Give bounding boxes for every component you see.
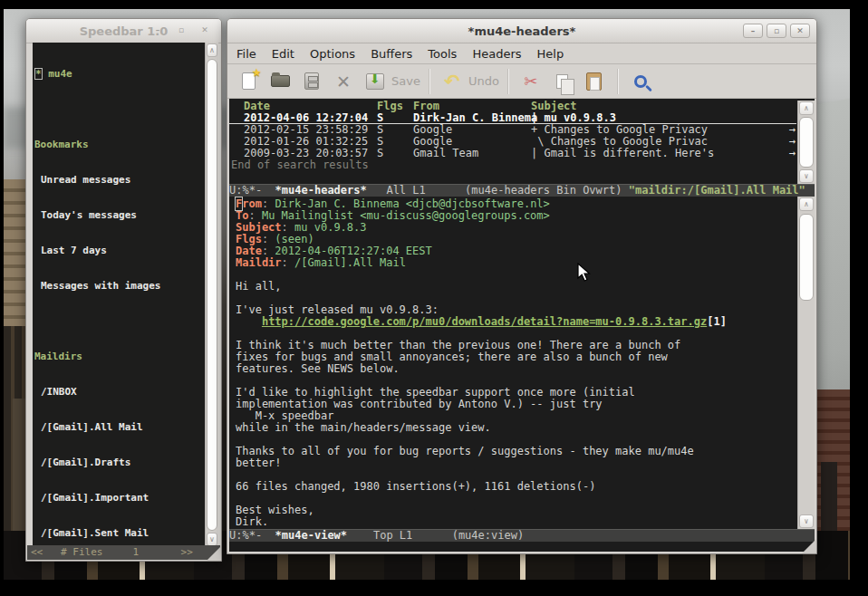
new-file-button[interactable]: ★ <box>235 69 262 94</box>
close-buffer-button[interactable]: ✕ <box>330 69 357 94</box>
modeline-query: "maildir:/[Gmail].All Mail" <box>629 184 805 197</box>
message-row[interactable]: 2009-03-23 20:03:57 S Gmail Team | Gmail… <box>229 148 796 159</box>
column-subject[interactable]: Subject <box>531 101 796 112</box>
menu-options[interactable]: Options <box>310 47 355 61</box>
search-button[interactable] <box>627 69 654 94</box>
message-date: 2009-03-23 20:03:57 <box>244 148 377 159</box>
field-separator: : <box>262 245 275 257</box>
truncation-arrow-icon: → <box>789 148 796 159</box>
scroll-down-icon[interactable]: ∨ <box>207 533 217 546</box>
message-subject: + Changes to Google Privacy <box>531 124 796 136</box>
menu-buffers[interactable]: Buffers <box>371 47 412 61</box>
field-value: Mu Mailinglist <mu-discuss@googlegroups.… <box>262 209 550 222</box>
modeline-prefix: U:%*- <box>229 184 275 197</box>
speedbar-item-drafts[interactable]: /[Gmail].Drafts <box>34 457 205 468</box>
echo-area[interactable] <box>229 542 815 552</box>
body-text: I think it's much better than the previo… <box>236 339 694 528</box>
close-icon[interactable]: ✕ <box>790 24 810 38</box>
speedbar-item-allmail[interactable]: /[Gmail].All Mail <box>34 421 205 433</box>
field-label: Subject <box>236 221 282 234</box>
minimize-icon[interactable]: – <box>148 24 168 38</box>
field-separator: : <box>262 233 275 245</box>
blank-line <box>34 103 205 115</box>
scroll-up-icon[interactable]: ∧ <box>799 101 814 115</box>
file-cabinet-icon <box>304 72 319 90</box>
emacs-titlebar[interactable]: *mu4e-headers* – ▫ ✕ <box>227 19 816 43</box>
modeline-info: Top L1 (mu4e:view) <box>347 529 524 542</box>
menu-edit[interactable]: Edit <box>272 47 294 61</box>
paste-icon <box>586 72 602 91</box>
undo-button-label[interactable]: Undo <box>468 74 499 88</box>
scrollbar-thumb[interactable] <box>799 117 814 168</box>
emacs-resize-grip[interactable] <box>802 539 816 553</box>
blank-line <box>34 315 205 327</box>
speedbar-item-inbox[interactable]: /INBOX <box>34 386 205 398</box>
headers-scrollbar[interactable]: ∧ ∨ <box>797 101 815 184</box>
copy-icon <box>556 74 568 89</box>
save-button-label[interactable]: Save <box>391 74 420 88</box>
scroll-down-icon[interactable]: ∨ <box>799 169 814 183</box>
minimize-icon[interactable]: – <box>743 24 763 38</box>
message-subject: | Gmail is different. Here's <box>531 148 796 159</box>
scrollbar-thumb[interactable] <box>207 59 217 531</box>
message-body: Hi all, I've just released mu v0.9.8.3: … <box>236 269 796 528</box>
scroll-up-icon[interactable]: ∧ <box>207 43 217 57</box>
message-from: Gmail Team <box>413 148 531 159</box>
save-button[interactable]: ⬇ <box>362 69 389 94</box>
modeline-buffer-name: *mu4e-view* <box>275 529 347 542</box>
speedbar-item-unread[interactable]: Unread messages <box>34 174 205 186</box>
speedbar-content: * mu4e Bookmarks Unread messages Today's… <box>33 43 205 547</box>
headers-modeline: U:%*- *mu4e-headers* All L1 (mu4e-header… <box>229 184 815 197</box>
open-file-button[interactable] <box>266 69 294 94</box>
menu-help[interactable]: Help <box>537 47 564 61</box>
view-modeline: U:%*- *mu4e-view* Top L1 (mu4e:view) <box>229 529 815 542</box>
undo-button[interactable]: ↶ <box>439 69 466 94</box>
speedbar-scrollbar[interactable]: ∧ ∨ <box>205 43 218 547</box>
toolbar: ★ ✕ ⬇ Save ↶ Undo ✂ <box>227 64 816 99</box>
message-subject: \ Changes to Google Privac <box>531 136 796 148</box>
field-separator: : <box>248 209 261 222</box>
download-link[interactable]: http://code.google.com/p/mu0/downloads/d… <box>262 315 707 328</box>
field-label: Date <box>236 245 262 257</box>
emacs-window: *mu4e-headers* – ▫ ✕ File Edit Options B… <box>227 18 817 554</box>
maximize-icon[interactable]: ▫ <box>767 24 786 38</box>
menu-tools[interactable]: Tools <box>428 47 457 61</box>
save-arrow-icon: ⬇ <box>370 72 381 86</box>
field-separator: : <box>262 197 275 210</box>
speedbar-titlebar[interactable]: Speedbar 1.0 – ▫ ✕ <box>26 19 221 43</box>
speedbar-item-last7days[interactable]: Last 7 days <box>34 245 205 256</box>
toolbar-separator <box>507 69 509 94</box>
cut-button[interactable]: ✂ <box>517 69 545 94</box>
field-maildir: Maildir: /[Gmail].All Mail <box>236 257 796 269</box>
message-flags: S <box>377 112 413 123</box>
message-subject: | mu v0.9.8.3 <box>531 112 796 123</box>
modeline-prefix: U:%*- <box>229 529 275 542</box>
menu-headers[interactable]: Headers <box>472 47 521 61</box>
speedbar-item-sentmail[interactable]: /[Gmail].Sent Mail <box>34 527 205 539</box>
dired-button[interactable] <box>298 69 325 94</box>
speedbar-root-line[interactable]: * mu4e <box>34 68 205 80</box>
field-label: To <box>236 209 248 222</box>
speedbar-resize-grip[interactable] <box>207 546 221 561</box>
paste-button[interactable] <box>581 69 608 94</box>
speedbar-item-important[interactable]: /[Gmail].Important <box>34 492 205 504</box>
new-file-icon: ★ <box>242 72 256 90</box>
speedbar-bookmarks-header: Bookmarks <box>34 139 205 150</box>
scroll-up-icon[interactable]: ∧ <box>799 197 814 211</box>
scrollbar-thumb[interactable] <box>799 214 814 301</box>
maximize-icon[interactable]: ▫ <box>171 24 191 38</box>
speedbar-root-label[interactable]: mu4e <box>48 68 72 80</box>
speedbar-item-images[interactable]: Messages with images <box>34 280 205 292</box>
toolbar-separator <box>429 69 430 94</box>
field-value: 2012-04-06T12:27:04 EEST <box>275 245 431 257</box>
copy-button[interactable] <box>549 69 576 94</box>
view-scrollbar[interactable]: ∧ ∨ <box>797 197 815 529</box>
modeline-info: All L1 (mu4e-headers Bin Ovwrt) <box>367 184 629 197</box>
close-icon[interactable]: ✕ <box>195 24 215 38</box>
speedbar-maildirs-header: Maildirs <box>34 351 205 362</box>
scroll-down-icon[interactable]: ∨ <box>799 514 814 528</box>
menu-file[interactable]: File <box>236 47 256 61</box>
speedbar-item-today[interactable]: Today's messages <box>34 209 205 221</box>
field-separator: : <box>282 221 294 234</box>
folder-icon <box>271 75 290 87</box>
